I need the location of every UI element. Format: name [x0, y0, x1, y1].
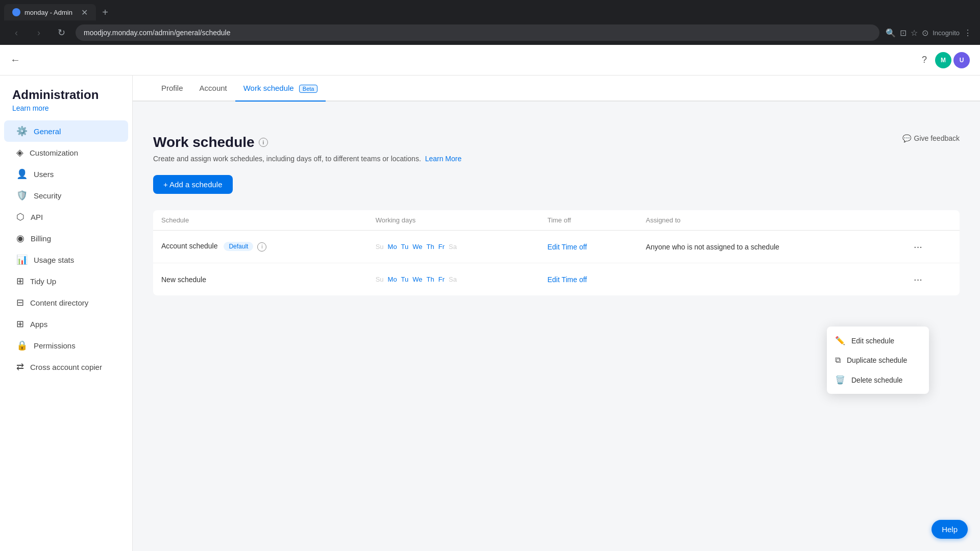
sidebar-title: Administration	[0, 88, 132, 102]
apps-icon: ⊞	[16, 318, 24, 330]
avatar-user1[interactable]: M	[935, 52, 951, 68]
sidebar-item-label-general: General	[34, 127, 61, 136]
sidebar-item-apps[interactable]: ⊞ Apps	[4, 313, 128, 335]
help-question-icon[interactable]: ?	[922, 55, 927, 65]
main-layout: Administration Learn more ⚙️ General ◈ C…	[0, 76, 980, 551]
day-tu-2: Tu	[401, 276, 409, 283]
learn-more-link[interactable]: Learn More	[425, 155, 462, 163]
working-days-cell: Su Mo Tu We Th Fr Sa	[368, 231, 540, 263]
days-container: Su Mo Tu We Th Fr Sa	[376, 243, 531, 251]
sidebar-item-usage-stats[interactable]: 📊 Usage stats	[4, 249, 128, 270]
edit-time-off-link-1[interactable]: Edit Time off	[547, 243, 587, 251]
sidebar-item-security[interactable]: 🛡️ Security	[4, 185, 128, 206]
bookmark-icon[interactable]: ☆	[911, 28, 918, 38]
search-icon[interactable]: 🔍	[886, 28, 896, 38]
col-working-days: Working days	[368, 210, 540, 231]
table-body: Account schedule Default i Su Mo Tu We T…	[153, 231, 960, 296]
sidebar-item-content-directory[interactable]: ⊟ Content directory	[4, 292, 128, 313]
url-bar[interactable]: moodjoy.monday.com/admin/general/schedul…	[76, 24, 879, 41]
cast-icon[interactable]: ⊡	[900, 28, 906, 38]
day-tu: Tu	[401, 243, 409, 251]
col-schedule: Schedule	[153, 210, 368, 231]
tab-favicon	[12, 8, 20, 16]
page-header: Work schedule i 💬 Give feedback	[153, 134, 960, 151]
users-icon: 👤	[16, 168, 28, 180]
table-header-row: Schedule Working days Time off Assigned …	[153, 210, 960, 231]
day-mo-2: Mo	[388, 276, 397, 283]
tab-profile[interactable]: Profile	[153, 76, 191, 102]
day-sa-2: Sa	[449, 276, 457, 283]
day-th: Th	[427, 243, 434, 251]
context-menu-delete[interactable]: 🗑️ Delete schedule	[827, 370, 929, 390]
col-assigned-to: Assigned to	[638, 210, 901, 231]
edit-time-off-link-2[interactable]: Edit Time off	[547, 276, 587, 284]
sidebar-item-label-users: Users	[34, 170, 54, 179]
sidebar-item-customization[interactable]: ◈ Customization	[4, 142, 128, 163]
page-title-info-icon[interactable]: i	[259, 138, 268, 147]
reload-button[interactable]: ↻	[53, 24, 69, 41]
tab-work-schedule[interactable]: Work schedule Beta	[235, 76, 326, 102]
default-badge: Default	[224, 242, 253, 251]
sidebar-item-label-usage-stats: Usage stats	[34, 256, 74, 264]
sidebar-item-billing[interactable]: ◉ Billing	[4, 228, 128, 249]
back-nav-button[interactable]: ‹	[8, 24, 24, 41]
permissions-icon: 🔒	[16, 340, 28, 351]
sidebar-learn-more-link[interactable]: Learn more	[0, 104, 132, 112]
day-su: Su	[376, 243, 384, 251]
tab-account[interactable]: Account	[191, 76, 235, 102]
sidebar-item-label-api: API	[31, 213, 43, 221]
app-back-button[interactable]: ←	[10, 54, 20, 66]
profile-icon[interactable]: ⊙	[922, 28, 928, 38]
sidebar-item-label-permissions: Permissions	[34, 341, 76, 350]
actions-cell-1: ···	[901, 231, 960, 263]
schedule-info-icon[interactable]: i	[257, 242, 266, 252]
tab-bar: monday - Admin ✕ +	[0, 0, 980, 20]
context-menu-edit[interactable]: ✏️ Edit schedule	[827, 331, 929, 350]
cross-account-icon: ⇄	[16, 361, 24, 372]
active-tab[interactable]: monday - Admin ✕	[4, 4, 96, 20]
help-button[interactable]: Help	[932, 520, 968, 539]
actions-cell-2: ···	[901, 263, 960, 296]
give-feedback-link[interactable]: 💬 Give feedback	[902, 134, 960, 142]
sidebar-item-cross-account-copier[interactable]: ⇄ Cross account copier	[4, 356, 128, 378]
tab-close-button[interactable]: ✕	[81, 8, 88, 17]
more-actions-button-1[interactable]: ···	[910, 239, 926, 255]
avatar-user2[interactable]: U	[953, 52, 970, 68]
add-schedule-button[interactable]: + Add a schedule	[153, 175, 233, 194]
extensions-icon[interactable]: ⋮	[964, 28, 972, 38]
page-title: Work schedule i	[153, 134, 268, 151]
tab-title: monday - Admin	[24, 9, 72, 16]
sidebar-item-label-content-directory: Content directory	[30, 298, 88, 307]
security-icon: 🛡️	[16, 190, 28, 201]
forward-nav-button[interactable]: ›	[31, 24, 47, 41]
sidebar-item-users[interactable]: 👤 Users	[4, 163, 128, 185]
sidebar-item-label-apps: Apps	[30, 320, 47, 329]
address-bar: ‹ › ↻ moodjoy.monday.com/admin/general/s…	[0, 20, 980, 45]
sidebar-item-api[interactable]: ⬡ API	[4, 206, 128, 228]
sidebar-item-general[interactable]: ⚙️ General	[4, 120, 128, 142]
table-row: Account schedule Default i Su Mo Tu We T…	[153, 231, 960, 263]
table-row: New schedule Su Mo Tu We Th Fr Sa	[153, 263, 960, 296]
context-menu-delete-label: Delete schedule	[851, 376, 902, 384]
more-actions-button-2[interactable]: ···	[910, 271, 926, 287]
delete-icon: 🗑️	[835, 375, 845, 385]
address-icons: 🔍 ⊡ ☆ ⊙ Incognito ⋮	[886, 28, 972, 38]
content-directory-icon: ⊟	[16, 297, 24, 308]
context-menu-duplicate-label: Duplicate schedule	[847, 356, 907, 364]
page-content: Work schedule i 💬 Give feedback Create a…	[133, 118, 980, 312]
context-menu-duplicate[interactable]: ⧉ Duplicate schedule	[827, 350, 929, 370]
customization-icon: ◈	[16, 147, 23, 158]
table-header: Schedule Working days Time off Assigned …	[153, 210, 960, 231]
col-actions	[901, 210, 960, 231]
context-menu-edit-label: Edit schedule	[851, 337, 894, 345]
col-time-off: Time off	[539, 210, 638, 231]
sidebar-item-permissions[interactable]: 🔒 Permissions	[4, 335, 128, 356]
url-text: moodjoy.monday.com/admin/general/schedul…	[84, 29, 230, 37]
sidebar-item-tidy-up[interactable]: ⊞ Tidy Up	[4, 270, 128, 292]
feedback-icon: 💬	[902, 134, 911, 142]
day-we: We	[412, 243, 422, 251]
day-th-2: Th	[427, 276, 434, 283]
day-fr-2: Fr	[438, 276, 445, 283]
browser-chrome: monday - Admin ✕ + ‹ › ↻ moodjoy.monday.…	[0, 0, 980, 45]
new-tab-button[interactable]: +	[98, 5, 112, 19]
